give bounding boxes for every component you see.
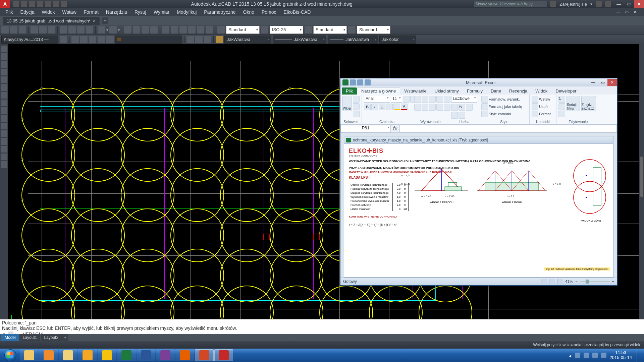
fill-color-icon[interactable]: [393, 104, 400, 110]
tray-show-hidden-icon[interactable]: ▴: [569, 353, 572, 358]
ribbon-tab-data[interactable]: Dane: [487, 87, 505, 95]
tb-sheetset-icon[interactable]: [188, 26, 196, 34]
format-table-label[interactable]: Formatuj jako tabelę: [489, 105, 522, 109]
insert-cells-icon[interactable]: [532, 96, 538, 103]
xl-qat-redo-icon[interactable]: [365, 79, 371, 85]
xl-qat-undo-icon[interactable]: [357, 79, 363, 85]
worksheet-body[interactable]: ELKO✚BISSYSTEMY ODGROMOWE WYZNACZANIE ST…: [344, 144, 613, 277]
tb-mlstyle-icon[interactable]: [348, 26, 356, 34]
tb-layermatch-icon[interactable]: [195, 36, 203, 43]
color-dropdown[interactable]: JakWarstwa: [224, 36, 271, 44]
ribbon-tab-layout[interactable]: Układ strony: [431, 87, 463, 95]
menu-wstaw[interactable]: Wstaw: [59, 9, 80, 15]
tb-markup-icon[interactable]: [197, 26, 204, 34]
tb-layerprev-icon[interactable]: [204, 36, 211, 43]
tool-pline-icon[interactable]: [1, 53, 7, 60]
start-button[interactable]: [1, 349, 19, 362]
plotstyle-dropdown[interactable]: JakKolor: [379, 36, 416, 44]
taskbar-app-media-player[interactable]: [39, 349, 58, 361]
autosum-icon[interactable]: Σ: [558, 96, 565, 103]
tb-publish-icon[interactable]: [48, 26, 55, 34]
layout-tab-1[interactable]: Layout1: [19, 334, 41, 341]
bold-icon[interactable]: B: [364, 104, 371, 110]
comma-icon[interactable]: [466, 104, 473, 111]
tb-paste-icon[interactable]: [77, 26, 85, 34]
taskbar-app-file-explorer[interactable]: [59, 349, 77, 361]
file-tab-new[interactable]: +: [102, 17, 108, 24]
tb-dimstyle-icon[interactable]: [261, 26, 268, 34]
border-icon[interactable]: [386, 104, 393, 110]
ribbon-tab-formulas[interactable]: Formuły: [463, 87, 487, 95]
dec-decimal-icon[interactable]: [459, 112, 465, 119]
tb-layerprops-icon[interactable]: [71, 36, 79, 43]
zoom-slider[interactable]: [580, 281, 610, 282]
qat-saveas-icon[interactable]: [37, 1, 43, 7]
qat-plot-icon[interactable]: [45, 1, 51, 7]
file-tab-active[interactable]: 13 05 15 jakub grab...z-d wod mineralnyc…: [3, 17, 100, 25]
delete-cells-icon[interactable]: [532, 103, 538, 110]
tray-action-center-icon[interactable]: [575, 353, 580, 358]
copy-icon[interactable]: [353, 103, 360, 110]
exchange-icon[interactable]: [596, 1, 602, 7]
qat-open-icon[interactable]: [21, 1, 27, 7]
workspace-dropdown[interactable]: Klasyczny Au...2013 — polsk: [1, 36, 58, 44]
minimize-button[interactable]: —: [614, 0, 624, 8]
tb-ws-settings-icon[interactable]: [60, 36, 67, 43]
tb-props-icon[interactable]: [162, 26, 169, 34]
view-layout-icon[interactable]: [549, 279, 555, 284]
taskbar-app-explorer[interactable]: [20, 349, 39, 361]
ribbon-tab-insert[interactable]: Wstawianie: [400, 87, 430, 95]
sort-filter-button[interactable]: Sortuj i filtruj: [567, 96, 580, 111]
excel-title-bar[interactable]: Microsoft Excel — ▭ ✕: [340, 78, 617, 86]
zoom-in-icon[interactable]: +: [612, 279, 614, 284]
tb-layeroff-icon[interactable]: [106, 36, 114, 43]
indent-dec-icon[interactable]: [436, 104, 443, 111]
qat-undo-icon[interactable]: [53, 1, 59, 7]
formatpainter-icon[interactable]: [353, 111, 360, 117]
orientation-icon[interactable]: [436, 96, 443, 103]
tool-line-icon[interactable]: [1, 46, 7, 52]
cell-styles-icon[interactable]: [481, 111, 488, 117]
text-style-dropdown[interactable]: Standard: [226, 26, 260, 34]
align-center-icon[interactable]: [422, 104, 428, 111]
xl-minimize-button[interactable]: —: [589, 79, 598, 86]
ml-style-dropdown[interactable]: Standard: [357, 26, 390, 34]
tb-makecur-icon[interactable]: [186, 36, 194, 43]
doc-maximize-button[interactable]: ▭: [623, 9, 631, 15]
find-select-button[interactable]: Znajdź i zaznacz: [581, 96, 596, 111]
layout-tab-2[interactable]: Layout2: [41, 334, 62, 341]
tb-new-icon[interactable]: [1, 26, 9, 34]
tool-arc-icon[interactable]: [1, 69, 7, 75]
tb-tablestyle-icon[interactable]: [305, 26, 312, 34]
tray-network-icon[interactable]: [584, 353, 589, 358]
font-name-dropdown[interactable]: Arial: [364, 96, 390, 103]
tool-ellipse-icon[interactable]: [1, 92, 7, 99]
xl-qat-save-icon[interactable]: [350, 79, 356, 85]
inc-decimal-icon[interactable]: [451, 112, 458, 119]
command-line[interactable]: Polecenie: '_pan Naciśnij klawisz ESC lu…: [0, 319, 644, 334]
layer-dropdown[interactable]: 2DE_PLS_Eb-$Fe$d8$15.1OC: [115, 36, 182, 44]
number-format-dropdown[interactable]: Liczbowe: [451, 96, 477, 103]
qat-new-icon[interactable]: [13, 1, 19, 7]
tb-copy-icon[interactable]: [68, 26, 76, 34]
font-size-dropdown[interactable]: 11: [391, 96, 402, 103]
menu-edycja[interactable]: Edycja: [17, 9, 38, 15]
tb-save-icon[interactable]: [19, 26, 26, 34]
taskbar-app-autocad[interactable]: [214, 349, 233, 361]
tool-wipeout-icon[interactable]: [1, 161, 7, 168]
menu-parametryczne[interactable]: Parametryczne: [201, 9, 239, 15]
tray-volume-icon[interactable]: [592, 353, 598, 358]
show-desktop-button[interactable]: [637, 349, 641, 362]
menu-wymiar[interactable]: Wymiar: [150, 9, 173, 15]
tool-spline-icon[interactable]: [1, 107, 7, 114]
tray-battery-icon[interactable]: [601, 353, 606, 358]
tool-point-icon[interactable]: [1, 115, 7, 122]
menu-elkobis[interactable]: ElkoBis-CAD: [280, 9, 314, 15]
grow-font-icon[interactable]: [403, 96, 410, 103]
help-icon[interactable]: [605, 1, 611, 7]
tray-clock[interactable]: 11:53 2015-05-14: [610, 350, 632, 360]
menu-okno[interactable]: Okno: [240, 9, 258, 15]
tb-cut-icon[interactable]: [60, 26, 67, 34]
layout-tab-add[interactable]: +: [62, 334, 68, 341]
tb-zoom-prev-icon[interactable]: [150, 26, 158, 34]
